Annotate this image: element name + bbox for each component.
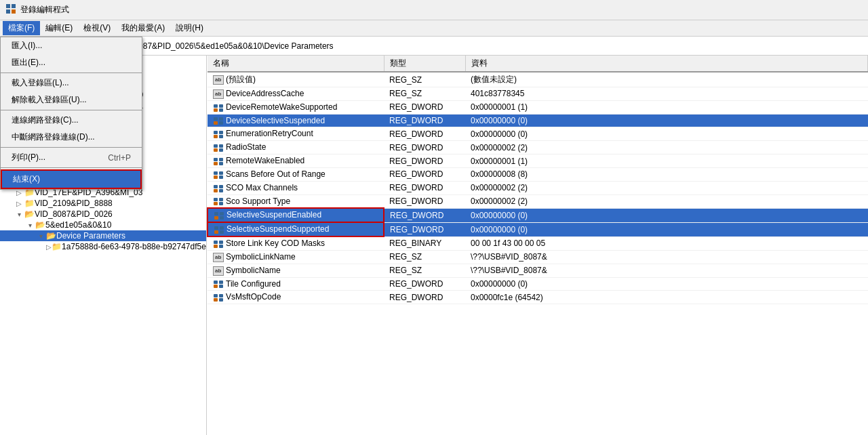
folder-icon-vid8087-pid0026: 📂 <box>24 209 35 219</box>
svg-rect-39 <box>220 216 224 220</box>
cell-data: 0x00000000 (0) <box>465 114 868 127</box>
tree-item-vid2109-pid8888[interactable]: ▷ 📁 VID_2109&PID_8888 <box>0 198 206 209</box>
tree-item-vid8087-pid0026[interactable]: ▾ 📂 VID_8087&PID_0026 <box>0 209 206 220</box>
cell-name: Scans Before Out of Range <box>208 167 384 181</box>
svg-rect-37 <box>220 212 224 215</box>
table-row[interactable]: DeviceSelectiveSuspended REG_DWORD 0x000… <box>208 114 868 127</box>
reg-name-text: DeviceAddressCache <box>226 89 304 98</box>
col-header-data: 資料 <box>465 56 868 72</box>
menu-favorites[interactable]: 我的最愛(A) <box>116 21 170 35</box>
dword-icon <box>213 184 224 193</box>
cell-type: REG_DWORD <box>384 114 465 127</box>
separator-4 <box>1 167 142 168</box>
expand-icon-vid2109-pid8888: ▷ <box>14 200 24 207</box>
tree-label-inst5: 5&ed1e05a&0&10 <box>45 220 111 230</box>
svg-rect-27 <box>219 175 223 179</box>
cell-name: Sco Support Type <box>208 194 384 208</box>
reg-name-text: SymbolicName <box>226 266 281 275</box>
menu-export[interactable]: 匯出(E)... <box>1 54 142 71</box>
cell-name: SelectiveSuspendSupported <box>208 222 384 236</box>
table-header-row: 名稱 類型 資料 <box>208 56 868 72</box>
cell-data: 0x00000000 (0) <box>465 222 868 236</box>
svg-rect-16 <box>214 144 218 148</box>
table-row[interactable]: DeviceRemoteWakeSupported REG_DWORD 0x00… <box>208 100 868 114</box>
menu-edit[interactable]: 編輯(E) <box>40 21 78 35</box>
separator-3 <box>1 147 142 148</box>
menu-file[interactable]: 檔案(F) <box>3 21 40 35</box>
menu-import[interactable]: 匯入(I)... <box>1 37 142 54</box>
menu-bar: 檔案(F) 編輯(E) 檢視(V) 我的最愛(A) 說明(H) 匯入(I)...… <box>0 20 868 37</box>
svg-rect-35 <box>219 202 223 205</box>
cell-type: REG_DWORD <box>384 100 465 114</box>
table-scroll[interactable]: 名稱 類型 資料 ab(預設值) REG_SZ (數值未設定) abDevice… <box>207 56 868 435</box>
tree-item-guid1[interactable]: ▷ 📁 1a75888d-6e63-4978-b88e-b92747df5e8c <box>0 241 206 252</box>
table-row[interactable]: abSymbolicName REG_SZ \??\USB#VID_8087& <box>208 264 868 277</box>
dword-icon <box>213 170 224 180</box>
svg-rect-3 <box>12 9 16 14</box>
dword-icon <box>213 116 224 125</box>
menu-load-hive[interactable]: 載入登錄區(L)... <box>1 75 142 91</box>
table-row[interactable]: ab(預設值) REG_SZ (數值未設定) <box>208 72 868 87</box>
expand-icon-devparams: ▾ <box>35 232 46 240</box>
table-row[interactable]: SelectiveSuspendEnabled REG_DWORD 0x0000… <box>208 208 868 222</box>
cell-type: REG_DWORD <box>384 222 465 236</box>
cell-data: (數值未設定) <box>465 72 868 87</box>
cell-type: REG_DWORD <box>384 167 465 181</box>
menu-print[interactable]: 列印(P)... Ctrl+P <box>1 149 142 166</box>
expand-icon-guid1: ▷ <box>46 243 52 251</box>
dword-icon <box>213 129 224 139</box>
cell-name: DeviceRemoteWakeSupported <box>208 100 384 114</box>
ab-icon: ab <box>213 266 224 276</box>
table-row[interactable]: abSymbolicLinkName REG_SZ \??\USB#VID_80… <box>208 250 868 264</box>
menu-connect-network[interactable]: 連線網路登錄(C)... <box>1 112 142 129</box>
svg-rect-25 <box>219 171 223 175</box>
cell-name: abSymbolicName <box>208 264 384 277</box>
table-row[interactable]: SelectiveSuspendSupported REG_DWORD 0x00… <box>208 222 868 236</box>
table-row[interactable]: SCO Max Channels REG_DWORD 0x00000002 (2… <box>208 181 868 194</box>
table-row[interactable]: EnumerationRetryCount REG_DWORD 0x000000… <box>208 127 868 141</box>
table-row[interactable]: Store Link Key COD Masks REG_BINARY 00 0… <box>208 236 868 250</box>
cell-name: VsMsftOpCode <box>208 291 384 304</box>
ab-icon: ab <box>213 253 224 262</box>
table-row[interactable]: RadioState REG_DWORD 0x00000002 (2) <box>208 141 868 154</box>
svg-rect-11 <box>219 121 223 125</box>
table-row[interactable]: Scans Before Out of Range REG_DWORD 0x00… <box>208 167 868 181</box>
cell-type: REG_DWORD <box>384 127 465 141</box>
menu-view[interactable]: 檢視(V) <box>78 21 116 35</box>
menu-unload-hive[interactable]: 解除載入登錄區(U)... <box>1 91 142 108</box>
svg-rect-54 <box>214 298 218 302</box>
menu-exit[interactable]: 結束(X) <box>1 169 142 189</box>
table-row[interactable]: RemoteWakeEnabled REG_DWORD 0x00000001 (… <box>208 154 868 168</box>
svg-rect-46 <box>214 245 218 248</box>
cell-data: 0x00000001 (1) <box>465 100 868 114</box>
svg-rect-7 <box>219 108 223 112</box>
table-row[interactable]: abDeviceAddressCache REG_SZ 401c83778345 <box>208 87 868 101</box>
reg-name-text: Tile Configured <box>226 279 281 289</box>
table-row[interactable]: Sco Support Type REG_DWORD 0x00000002 (2… <box>208 194 868 208</box>
svg-rect-15 <box>219 135 223 138</box>
table-row[interactable]: VsMsftOpCode REG_DWORD 0x0000fc1e (64542… <box>208 291 868 304</box>
separator-2 <box>1 110 142 110</box>
svg-rect-36 <box>214 212 218 215</box>
menu-disconnect-network[interactable]: 中斷網路登錄連線(D)... <box>1 129 142 146</box>
reg-name-text: Scans Before Out of Range <box>226 169 326 179</box>
svg-rect-24 <box>214 171 218 175</box>
svg-rect-10 <box>214 121 218 125</box>
cell-name: abSymbolicLinkName <box>208 250 384 264</box>
svg-rect-48 <box>214 281 218 284</box>
tree-item-inst5[interactable]: ▾ 📂 5&ed1e05a&0&10 <box>0 220 206 230</box>
table-row[interactable]: Tile Configured REG_DWORD 0x00000000 (0) <box>208 277 868 291</box>
svg-rect-14 <box>214 135 218 138</box>
svg-rect-28 <box>214 185 218 188</box>
reg-name-text: DeviceRemoteWakeSupported <box>226 102 337 112</box>
ab-icon: ab <box>213 75 224 85</box>
svg-rect-53 <box>219 294 223 297</box>
expand-icon-vid8087-pid0026: ▾ <box>14 211 24 218</box>
tree-item-devparams[interactable]: ▾ 📂 Device Parameters <box>0 230 206 241</box>
cell-name: ab(預設值) <box>208 72 384 87</box>
menu-help[interactable]: 說明(H) <box>170 21 209 35</box>
col-header-name: 名稱 <box>208 56 384 72</box>
title-bar-text: 登錄編輯程式 <box>20 4 69 16</box>
cell-data: 0x0000fc1e (64542) <box>465 291 868 304</box>
reg-name-text: Sco Support Type <box>226 196 290 206</box>
